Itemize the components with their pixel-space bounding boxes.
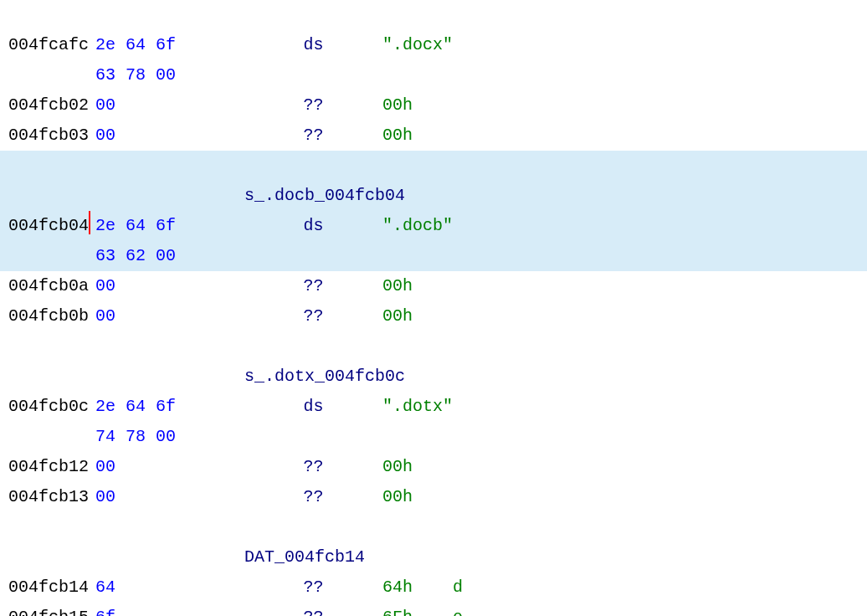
operand: 00h [382, 97, 508, 114]
bytes: 00 [89, 308, 244, 325]
listing-row[interactable] [0, 151, 867, 181]
listing-row[interactable]: 004fcb042e 64 6fds".docb" [0, 211, 867, 241]
mnemonic: DAT_004fcb14 [244, 549, 579, 566]
listing-row[interactable]: 63 78 00 [0, 60, 867, 90]
bytes: 2e 64 6f [89, 37, 244, 54]
operand: ".docx" [382, 37, 508, 54]
bytes: 00 [89, 459, 244, 475]
listing-row[interactable]: 004fcb1464??64h d [0, 572, 867, 603]
bytes: 74 78 00 [89, 429, 244, 445]
address: 004fcb15 [0, 609, 89, 616]
mnemonic: ds [244, 398, 382, 415]
mnemonic: ?? [244, 579, 382, 596]
address: 004fcb13 [0, 489, 89, 506]
operand: ".dotx" [382, 398, 508, 415]
bytes: 2e 64 6f [89, 218, 244, 234]
listing-row[interactable]: 004fcb156f??6Fh o [0, 603, 867, 616]
listing-row[interactable]: 004fcb1200??00h [0, 452, 867, 482]
bytes: 64 [89, 579, 244, 596]
mnemonic: ?? [244, 278, 382, 295]
listing-row[interactable]: 004fcb0300??00h [0, 121, 867, 151]
address: 004fcb04 [0, 218, 89, 234]
bytes: 63 78 00 [89, 67, 244, 84]
listing-row[interactable]: 004fcb1300??00h [0, 482, 867, 512]
listing-row[interactable]: 004fcb0b00??00h [0, 301, 867, 331]
mnemonic: ?? [244, 308, 382, 325]
listing-row[interactable]: 74 78 00 [0, 422, 867, 452]
bytes: 6f [89, 609, 244, 616]
address: 004fcb14 [0, 579, 89, 596]
listing-row[interactable]: 004fcb0a00??00h [0, 271, 867, 301]
address: 004fcafc [0, 37, 89, 54]
mnemonic: s_.dotx_004fcb0c [244, 368, 579, 385]
listing-row[interactable] [0, 331, 867, 362]
operand: ".docb" [382, 218, 508, 234]
listing-row[interactable]: 004fcb0200??00h [0, 90, 867, 121]
listing-row[interactable]: 004fcafc2e 64 6fds".docx" [0, 30, 867, 60]
address: 004fcb02 [0, 97, 89, 114]
listing-row[interactable] [0, 0, 867, 30]
operand: 00h [382, 459, 508, 475]
listing-row[interactable]: DAT_004fcb14 [0, 542, 867, 572]
bytes: 00 [89, 489, 244, 506]
listing-row[interactable]: s_.dotx_004fcb0c [0, 362, 867, 392]
listing-row[interactable]: 004fcb0c2e 64 6fds".dotx" [0, 392, 867, 422]
mnemonic: ?? [244, 127, 382, 144]
operand: 00h [382, 308, 508, 325]
operand: 00h [382, 278, 508, 295]
operand: 6Fh o [382, 609, 508, 616]
bytes: 00 [89, 278, 244, 295]
cursor-marker [89, 211, 90, 234]
address: 004fcb0a [0, 278, 89, 295]
address: 004fcb0c [0, 398, 89, 415]
listing-row[interactable]: 63 62 00 [0, 241, 867, 271]
bytes: 63 62 00 [89, 248, 244, 264]
mnemonic: ds [244, 218, 382, 234]
operand: 00h [382, 489, 508, 506]
mnemonic: ?? [244, 97, 382, 114]
disassembly-listing[interactable]: 004fcafc2e 64 6fds".docx"63 78 00004fcb0… [0, 0, 867, 616]
operand: 64h d [382, 579, 508, 596]
listing-row[interactable] [0, 512, 867, 542]
bytes: 2e 64 6f [89, 398, 244, 415]
listing-row[interactable]: s_.docb_004fcb04 [0, 181, 867, 211]
bytes: 00 [89, 97, 244, 114]
mnemonic: s_.docb_004fcb04 [244, 187, 579, 204]
bytes: 00 [89, 127, 244, 144]
mnemonic: ?? [244, 459, 382, 475]
mnemonic: ?? [244, 489, 382, 506]
mnemonic: ?? [244, 609, 382, 616]
address: 004fcb0b [0, 308, 89, 325]
address: 004fcb12 [0, 459, 89, 475]
operand: 00h [382, 127, 508, 144]
mnemonic: ds [244, 37, 382, 54]
address: 004fcb03 [0, 127, 89, 144]
